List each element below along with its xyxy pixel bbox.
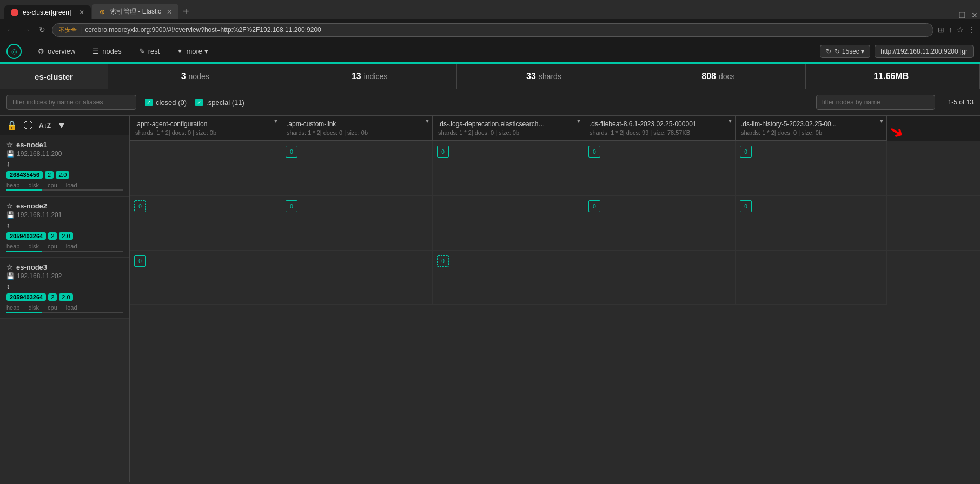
close-tab-cerebro[interactable]: ✕ [79,9,84,16]
special-checkbox[interactable]: ✓ [195,99,203,106]
close-window-button[interactable]: ✕ [971,11,978,19]
shard-box-n1-i4-0[interactable]: 0 [740,146,752,158]
docs-count: 808 [701,71,716,81]
nodes-label: nodes [102,47,121,55]
shard-box-n2-i0-0[interactable]: 0 [134,200,146,212]
refresh-button[interactable]: ↻ ↻ 15sec ▾ [820,45,870,58]
security-warning: 不安全 [59,26,77,34]
shard-box-n2-i3-0[interactable]: 0 [588,200,600,212]
shard-cell-n1-i4: 0 [736,141,887,195]
nav-item-more[interactable]: ✦ more ▾ [169,44,215,58]
node3-memory-badge: 2059403264 [6,293,46,301]
nodes-count: 3 [181,71,186,81]
node3-cpu-label: cpu [48,304,57,311]
node3-ip: 192.168.11.202 [17,272,62,280]
cluster-name: es-cluster [35,72,73,81]
node-row-1: ☆ es-node1 💾 192.168.11.200 ↕ 268435456 … [0,135,129,197]
back-button[interactable]: ← [4,24,16,35]
node3-name-row: ☆ es-node3 [6,263,123,271]
nodes-stat: 3 nodes [108,64,282,89]
node1-name-row: ☆ es-node1 [6,141,123,149]
extensions-icon[interactable]: ⋮ [968,25,976,34]
cerebro-favicon [11,9,18,16]
url-separator: | [80,26,82,34]
closed-checkbox[interactable]: ✓ [145,99,153,106]
node1-disk-label: disk [28,182,39,188]
node-filter-input[interactable] [816,95,935,110]
shards-label: shards [539,72,561,81]
index-arrow-2: ▼ [576,118,581,124]
index-name-4: .ds-ilm-history-5-2023.02.25-00... [741,120,837,128]
index-name-2: .ds-.logs-deprecation.elasticsearchd... [438,120,546,128]
indices-count: 13 [352,71,361,81]
shard-cell-n3-i1 [281,251,433,305]
special-checkbox-item[interactable]: ✓ .special (11) [195,99,244,107]
tab-elastic[interactable]: ⊕ 索引管理 - Elastic ✕ [92,4,178,19]
closed-checkbox-item[interactable]: ✓ closed (0) [145,99,187,107]
node2-badge2: 2 [48,232,57,240]
shard-box-n2-i4-0[interactable]: 0 [740,200,752,212]
index-header-1[interactable]: .apm-custom-link ▼ shards: 1 * 2| docs: … [281,116,433,141]
app-logo: ◎ [6,44,22,59]
nodes-icon: ☰ [92,47,99,55]
share-icon[interactable]: ↑ [949,25,952,34]
nav-item-rest[interactable]: ✎ rest [131,44,168,58]
tab-cerebro[interactable]: es-cluster[green] ✕ [4,5,91,19]
index-filter-input[interactable] [6,95,136,110]
node3-load-label: load [66,304,77,311]
elastic-favicon: ⊕ [98,8,106,16]
shard-cell-n2-i1: 0 [281,196,433,250]
node1-name: es-node1 [16,141,47,149]
node1-memory-badge: 268435456 [6,171,43,179]
az-button[interactable]: A↓Z [39,122,51,129]
index-name-0: .apm-agent-configuration [135,120,207,128]
url-box[interactable]: 不安全 | cerebro.mooreyxia.org:9000/#!/over… [52,23,933,37]
tab-label-elastic: 索引管理 - Elastic [110,7,161,16]
index-header-3[interactable]: .ds-filebeat-8.6.1-2023.02.25-000001 ▼ s… [584,116,736,141]
lock-button[interactable]: 🔒 [6,120,17,130]
index-header-4[interactable]: .ds-ilm-history-5-2023.02.25-00... ▼ sha… [736,116,887,141]
node2-badges: 2059403264 2 2.0 [6,232,123,240]
shard-box-n1-i2-0[interactable]: 0 [437,146,449,158]
shard-cell-n1-i3: 0 [584,141,736,195]
bookmark-icon[interactable]: ☆ [957,25,964,34]
shards-stat: 33 shards [457,64,631,89]
nav-item-nodes[interactable]: ☰ nodes [85,44,129,58]
shard-box-n1-i3-0[interactable]: 0 [588,146,600,158]
main-nav: ⚙ overview ☰ nodes ✎ rest ✦ more ▾ [30,44,216,58]
expand-button[interactable]: ⛶ [24,121,32,130]
index-arrow-1: ▼ [425,118,430,124]
node2-disk-icon: 💾 [6,211,15,219]
rest-label: rest [148,47,160,55]
nodes-label: nodes [189,72,209,81]
shard-box-n3-i2-0[interactable]: 0 [437,255,449,267]
nav-item-overview[interactable]: ⚙ overview [30,44,83,58]
new-tab-button[interactable]: + [183,5,189,18]
node2-name: es-node2 [16,202,47,210]
browser-chrome: es-cluster[green] ✕ ⊕ 索引管理 - Elastic ✕ +… [0,0,980,40]
shard-box-n1-i1-0[interactable]: 0 [286,146,297,158]
forward-button[interactable]: → [21,24,32,35]
restore-button[interactable]: ❐ [959,11,966,19]
translate-icon[interactable]: ⊞ [938,25,944,34]
shard-box-n2-i1-0[interactable]: 0 [286,200,297,212]
node3-ip-row: 💾 192.168.11.202 [6,272,123,280]
node1-disk-icon: 💾 [6,150,15,158]
index-header-0[interactable]: .apm-agent-configuration ▼ shards: 1 * 2… [130,116,281,141]
overview-label: overview [48,47,75,55]
minimize-button[interactable]: — [946,11,953,19]
shard-box-n3-i0-0[interactable]: 0 [134,255,146,267]
shard-row-node1: 0 0 0 0 [130,141,980,196]
node1-extra-icon: ↕ [6,160,123,168]
overview-icon: ⚙ [38,47,44,55]
index-header-2[interactable]: .ds-.logs-deprecation.elasticsearchd... … [433,116,584,141]
refresh-button[interactable]: ↻ [37,24,48,35]
node2-load-label: load [66,243,77,250]
shard-cell-n3-i0: 0 [130,251,281,305]
node3-stats: heap disk cpu load [6,304,123,311]
index-meta-4: shards: 1 * 2| docs: 0 | size: 0b [741,129,881,136]
left-panel: 🔒 ⛶ A↓Z ▼ ☆ es-node1 💾 192.168.11.200 ↕ … [0,116,130,482]
node2-ip-row: 💾 192.168.11.201 [6,211,123,219]
close-tab-elastic[interactable]: ✕ [167,8,172,16]
sort-down-button[interactable]: ▼ [57,121,66,130]
